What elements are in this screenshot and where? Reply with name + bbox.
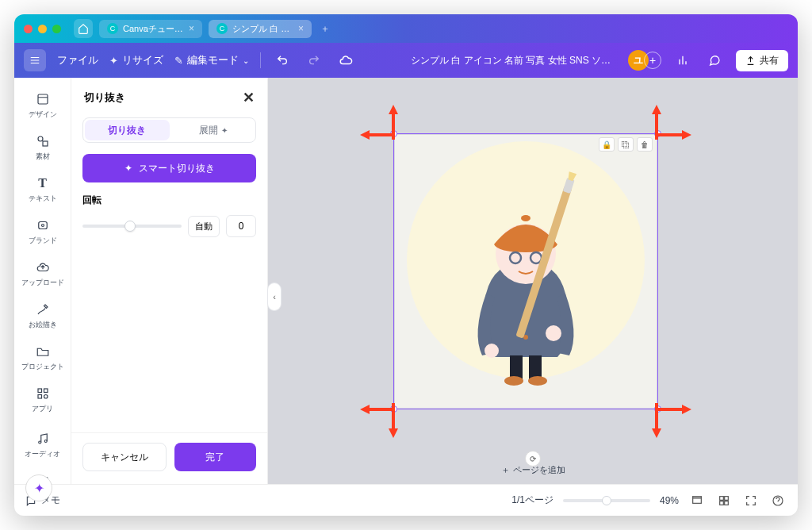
sparkle-icon: ✦ xyxy=(124,163,132,174)
magic-button[interactable]: ✦ xyxy=(25,474,52,501)
rail-project[interactable]: プロジェクト xyxy=(14,338,71,377)
titlebar: C Canvaチュートリア… × C シンプル 白 アイ… × ＋ xyxy=(14,14,798,43)
cloud-icon xyxy=(339,53,353,67)
tab-expand-label: 展開 xyxy=(199,124,218,137)
crop-panel: 切り抜き ✕ 切り抜き 展開✦ ✦ スマート切り抜き 回転 自動 0 xyxy=(71,78,268,484)
rail-label: ブランド xyxy=(29,236,57,246)
rotation-value-input[interactable]: 0 xyxy=(226,215,256,237)
rail-audio[interactable]: オーディオ xyxy=(14,425,71,464)
redo-button[interactable] xyxy=(304,50,324,71)
close-tab-icon[interactable]: × xyxy=(189,23,194,34)
chevron-down-icon: ⌄ xyxy=(243,56,249,65)
rail-label: アプリ xyxy=(32,404,53,414)
svg-point-4 xyxy=(41,225,44,227)
new-tab-button[interactable]: ＋ xyxy=(318,21,332,36)
help-button[interactable] xyxy=(769,492,787,509)
rail-draw[interactable]: お絵描き xyxy=(14,296,71,335)
close-panel-button[interactable]: ✕ xyxy=(243,89,255,106)
music-icon xyxy=(34,430,52,447)
svg-marker-29 xyxy=(657,130,691,140)
rotation-slider[interactable] xyxy=(82,225,182,228)
svg-marker-28 xyxy=(360,130,395,140)
copy-button[interactable]: ⿻ xyxy=(618,137,634,152)
add-page-button[interactable]: ＋ ページを追加 xyxy=(493,461,573,479)
selection-box[interactable]: 🔒 ⿻ 🗑 xyxy=(393,133,658,409)
svg-point-10 xyxy=(44,440,47,443)
lock-button[interactable]: 🔒 xyxy=(599,137,615,152)
menu-button[interactable] xyxy=(24,49,46,71)
rotation-auto-button[interactable]: 自動 xyxy=(188,216,220,237)
rail-elements[interactable]: 素材 xyxy=(14,128,71,167)
shapes-icon xyxy=(34,132,52,150)
pencil-icon: ✎ xyxy=(174,55,183,67)
view-grid-button[interactable] xyxy=(688,492,706,509)
analytics-button[interactable] xyxy=(672,50,693,71)
file-label: ファイル xyxy=(57,53,98,67)
undo-button[interactable] xyxy=(272,50,293,71)
hamburger-icon xyxy=(29,55,40,66)
done-button[interactable]: 完了 xyxy=(174,443,257,471)
add-page-label: ページを追加 xyxy=(513,464,565,476)
smart-crop-button[interactable]: ✦ スマート切り抜き xyxy=(82,154,256,182)
svg-rect-6 xyxy=(44,389,48,393)
home-button[interactable] xyxy=(74,19,93,38)
tab-crop[interactable]: 切り抜き xyxy=(85,120,170,140)
browser-tab-active[interactable]: C シンプル 白 アイ… × xyxy=(209,20,312,38)
maximize-window-icon[interactable] xyxy=(52,25,61,33)
close-window-icon[interactable] xyxy=(24,25,33,33)
minimize-window-icon[interactable] xyxy=(38,25,47,33)
rail-label: アップロード xyxy=(21,278,64,288)
rail-design[interactable]: デザイン xyxy=(14,86,71,125)
sparkle-icon: ✦ xyxy=(109,55,118,67)
zoom-thumb[interactable] xyxy=(602,496,611,505)
close-tab-icon[interactable]: × xyxy=(298,23,304,34)
rail-label: お絵描き xyxy=(29,320,57,330)
cancel-button[interactable]: キャンセル xyxy=(82,443,167,471)
side-rail: デザイン 素材 Tテキスト ブランド アップロード お絵描き プロジェクト アプ… xyxy=(14,78,71,484)
resize-label: リサイズ xyxy=(122,53,163,67)
tab-expand[interactable]: 展開✦ xyxy=(171,118,256,142)
rail-label: 素材 xyxy=(36,152,50,162)
crop-tabs: 切り抜き 展開✦ xyxy=(82,117,256,143)
editmode-menu[interactable]: ✎ 編集モード ⌄ xyxy=(174,53,249,67)
selection-toolbar: 🔒 ⿻ 🗑 xyxy=(599,137,653,152)
sparkle-icon: ✦ xyxy=(34,481,44,496)
svg-rect-34 xyxy=(693,497,702,503)
document-title[interactable]: シンプル 白 アイコン 名前 写真 女性 SNS ソーシャル… xyxy=(411,54,617,67)
cloud-sync-button[interactable] xyxy=(335,50,356,71)
canvas[interactable]: 🔒 ⿻ 🗑 ⟳ ＋ ページを追加 xyxy=(268,78,798,484)
home-icon xyxy=(78,23,89,34)
tab-label: シンプル 白 アイ… xyxy=(232,23,293,35)
rail-upload[interactable]: アップロード xyxy=(14,254,71,293)
text-icon: T xyxy=(34,175,52,192)
browser-tab[interactable]: C Canvaチュートリア… × xyxy=(99,20,202,38)
fullscreen-button[interactable] xyxy=(742,492,760,509)
smart-crop-label: スマート切り抜き xyxy=(139,162,215,175)
svg-rect-7 xyxy=(38,395,42,399)
comment-button[interactable] xyxy=(704,50,725,71)
upload-icon xyxy=(745,56,756,66)
file-menu[interactable]: ファイル xyxy=(57,53,98,67)
resize-menu[interactable]: ✦ リサイズ xyxy=(109,53,163,67)
collapse-panel-button[interactable]: ‹ xyxy=(267,282,282,311)
rail-label: プロジェクト xyxy=(21,362,64,372)
rail-brand[interactable]: ブランド xyxy=(14,212,71,251)
crop-arrow-br-h xyxy=(657,401,691,417)
rail-label: デザイン xyxy=(29,109,57,120)
rotation-label: 回転 xyxy=(82,194,256,207)
slider-thumb[interactable] xyxy=(124,221,136,232)
rail-apps[interactable]: アプリ xyxy=(14,380,71,419)
svg-rect-2 xyxy=(43,141,48,146)
svg-marker-33 xyxy=(657,405,691,414)
crop-arrow-bl-h xyxy=(360,401,395,417)
redo-icon xyxy=(308,54,320,67)
svg-rect-0 xyxy=(38,94,48,104)
rail-text[interactable]: Tテキスト xyxy=(14,170,71,209)
brand-icon xyxy=(34,217,52,234)
zoom-slider[interactable] xyxy=(563,499,650,502)
add-collaborator-button[interactable]: + xyxy=(644,52,661,69)
crop-arrow-left xyxy=(360,127,395,143)
window-controls xyxy=(24,25,61,33)
share-button[interactable]: 共有 xyxy=(736,50,788,71)
grid-view-button[interactable] xyxy=(715,492,733,509)
